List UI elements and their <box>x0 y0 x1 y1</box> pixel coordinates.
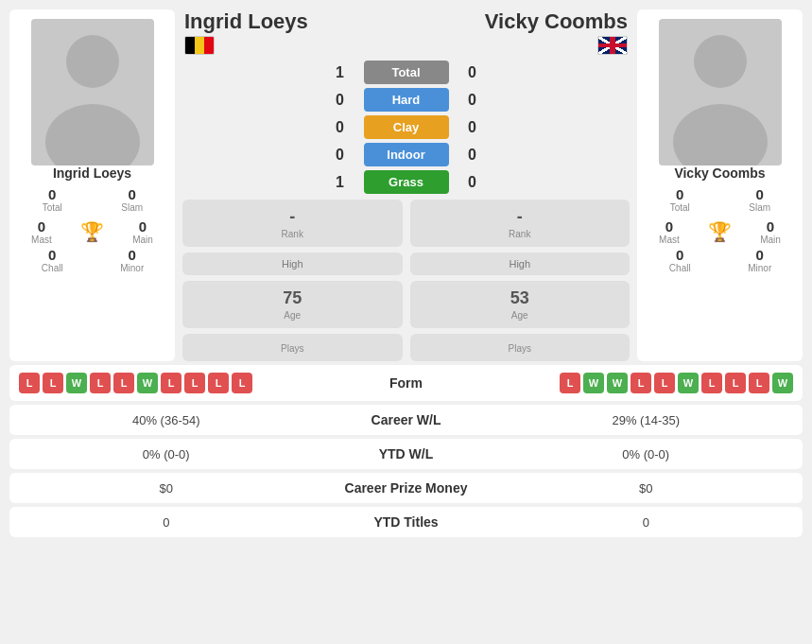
right-form-2: W <box>583 373 604 393</box>
career-wl-row: 40% (36-54) Career W/L 29% (14-35) <box>9 405 803 435</box>
right-form-9: L <box>749 373 769 393</box>
left-bottom-stats: 0 Chall 0 Minor <box>17 247 167 273</box>
left-age-panel: 75 Age <box>182 281 403 328</box>
left-rank-value: - <box>289 207 295 227</box>
right-big-name: Vicky Coombs <box>485 9 628 34</box>
right-trophy-icon: 🏆 <box>708 220 732 243</box>
right-hard-score: 0 <box>463 92 482 109</box>
left-form-10: L <box>232 373 252 393</box>
right-form-4: L <box>631 373 651 393</box>
left-slam-stat: 0 Slam <box>97 186 168 213</box>
right-high-panel: High <box>410 252 631 275</box>
form-label: Form <box>350 375 463 391</box>
left-trophy-row: 0 Mast 🏆 0 Main <box>17 218 167 245</box>
right-main-value: 0 <box>767 218 774 235</box>
left-slam-label: Slam <box>121 202 143 213</box>
right-chall-value: 0 <box>676 247 683 263</box>
left-plays-panel: Plays <box>182 334 403 361</box>
left-slam-value: 0 <box>129 186 136 202</box>
right-total-label: Total <box>670 202 690 213</box>
left-trophy-icon: 🏆 <box>80 220 104 243</box>
right-indoor-score: 0 <box>463 147 482 164</box>
right-mast-value: 0 <box>665 218 673 235</box>
svg-point-4 <box>694 35 747 88</box>
right-trophy-row: 0 Mast 🏆 0 Main <box>645 218 795 245</box>
left-form-2: L <box>43 373 63 393</box>
clay-label: Clay <box>364 115 449 139</box>
career-wl-label: Career W/L <box>312 412 501 427</box>
left-age-value: 75 <box>283 288 302 308</box>
right-grass-score: 0 <box>463 174 482 191</box>
right-form-6: W <box>678 373 699 393</box>
center-block: Ingrid Loeys Vicky Coombs 1 Tot <box>182 9 630 361</box>
ytd-titles-row: 0 YTD Titles 0 <box>9 507 803 537</box>
left-ytd-titles: 0 <box>21 515 312 530</box>
right-flag <box>597 36 628 55</box>
right-slam-label: Slam <box>749 202 770 213</box>
left-chall-label: Chall <box>42 263 63 273</box>
left-form-5: L <box>113 373 134 393</box>
right-ytd-wl: 0% (0-0) <box>501 447 792 461</box>
right-mast-label: Mast <box>659 235 680 245</box>
right-chall-stat: 0 Chall <box>645 247 716 273</box>
ytd-wl-row: 0% (0-0) YTD W/L 0% (0-0) <box>9 439 803 469</box>
right-plays-label: Plays <box>509 343 531 354</box>
grass-label: Grass <box>364 170 449 194</box>
page: Ingrid Loeys 0 Total 0 Slam 0 Mast 🏆 <box>0 0 812 547</box>
right-minor-label: Minor <box>748 263 771 273</box>
left-rank-label: Rank <box>282 229 303 239</box>
indoor-row: 0 Indoor 0 <box>182 143 630 166</box>
names-row: Ingrid Loeys Vicky Coombs <box>182 9 630 55</box>
indoor-label: Indoor <box>364 143 449 166</box>
right-name-block: Vicky Coombs <box>485 9 628 55</box>
left-hard-score: 0 <box>331 92 350 109</box>
right-minor-stat: 0 Minor <box>725 247 796 273</box>
left-form-8: L <box>184 373 205 393</box>
left-total-value: 0 <box>48 186 56 202</box>
total-label: Total <box>364 61 449 84</box>
right-career-prize: $0 <box>501 481 792 496</box>
right-high-label: High <box>509 258 530 270</box>
left-form-7: L <box>161 373 181 393</box>
left-ytd-wl: 0% (0-0) <box>21 447 312 461</box>
right-total-score: 0 <box>463 64 482 81</box>
right-player-card: Vicky Coombs 0 Total 0 Slam 0 Mast 🏆 <box>637 9 803 361</box>
left-plays-label: Plays <box>281 343 303 354</box>
career-prize-label: Career Prize Money <box>312 480 501 496</box>
left-big-name: Ingrid Loeys <box>184 9 308 34</box>
right-form-8: L <box>725 373 746 393</box>
right-rank-value: - <box>517 207 523 227</box>
left-high-panel: High <box>182 252 403 275</box>
right-chall-label: Chall <box>669 263 691 273</box>
left-main-stat: 0 Main <box>132 218 153 245</box>
left-main-label: Main <box>132 235 153 245</box>
left-chall-value: 0 <box>48 247 56 263</box>
left-total-score: 1 <box>331 64 350 81</box>
left-age-label: Age <box>284 310 301 321</box>
left-form-badges: L L W L L W L L L L <box>19 373 342 393</box>
left-high-label: High <box>282 258 303 270</box>
left-grass-score: 1 <box>331 174 350 191</box>
left-main-value: 0 <box>139 218 147 235</box>
left-rank-panels: - Rank High 75 Age Plays <box>182 200 403 361</box>
left-chall-stat: 0 Chall <box>17 247 88 273</box>
grass-row: 1 Grass 0 <box>182 170 630 194</box>
right-form-3: W <box>607 373 628 393</box>
right-form-badges: L W W L L W L L L W <box>471 373 794 393</box>
left-name-block: Ingrid Loeys <box>184 9 308 55</box>
hard-row: 0 Hard 0 <box>182 88 630 112</box>
right-age-value: 53 <box>510 288 529 308</box>
left-form-9: L <box>208 373 229 393</box>
right-form-10: W <box>772 373 793 393</box>
left-player-stats: 0 Total 0 Slam <box>17 186 167 213</box>
left-career-wl: 40% (36-54) <box>21 413 312 427</box>
left-form-3: W <box>66 373 87 393</box>
right-total-stat: 0 Total <box>645 186 716 213</box>
right-plays-panel: Plays <box>410 334 631 361</box>
right-player-avatar <box>659 19 782 165</box>
right-slam-value: 0 <box>756 186 764 202</box>
right-total-value: 0 <box>676 186 683 202</box>
left-player-name: Ingrid Loeys <box>53 165 131 181</box>
clay-row: 0 Clay 0 <box>182 115 630 139</box>
right-main-stat: 0 Main <box>760 218 781 245</box>
